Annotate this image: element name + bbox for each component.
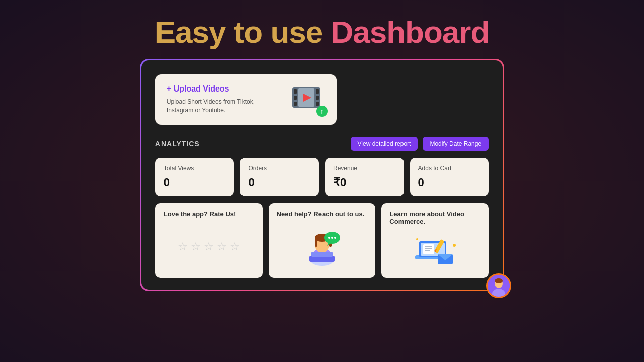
analytics-header: ANALYTICS View detailed report Modify Da… <box>155 137 489 151</box>
svg-rect-13 <box>315 237 317 247</box>
svg-rect-25 <box>423 244 434 254</box>
upload-card: + Upload Videos Upload Short Videos from… <box>155 74 337 125</box>
stat-card-orders: Orders 0 <box>240 158 319 196</box>
upload-link[interactable]: + Upload Videos <box>167 84 267 94</box>
star-2[interactable]: ☆ <box>191 240 201 253</box>
rate-us-card: Love the app? Rate Us! ☆ ☆ ☆ ☆ ☆ <box>155 203 263 278</box>
rate-us-content: ☆ ☆ ☆ ☆ ☆ <box>164 223 255 270</box>
dashboard-inner: + Upload Videos Upload Short Videos from… <box>141 60 503 290</box>
video-commerce-content <box>389 230 480 270</box>
star-1[interactable]: ☆ <box>178 240 188 253</box>
svg-rect-3 <box>294 102 297 106</box>
svg-point-38 <box>495 278 503 283</box>
stat-card-total-views: Total Views 0 <box>155 158 234 196</box>
stat-label-total-views: Total Views <box>164 165 226 172</box>
svg-point-34 <box>416 238 418 240</box>
avatar-circle <box>486 273 511 298</box>
svg-rect-1 <box>294 89 297 94</box>
avatar-image <box>488 275 510 297</box>
svg-rect-5 <box>316 96 319 100</box>
rate-us-title: Love the app? Rate Us! <box>164 210 255 218</box>
stat-value-orders: 0 <box>248 176 311 189</box>
stat-value-adds-to-cart: 0 <box>418 176 481 189</box>
support-illustration <box>299 227 345 267</box>
upload-badge-icon: ↑ <box>316 106 328 117</box>
help-title: Need help? Reach out to us. <box>277 210 368 218</box>
star-rating[interactable]: ☆ ☆ ☆ ☆ ☆ <box>178 240 240 253</box>
view-report-button[interactable]: View detailed report <box>351 137 418 151</box>
modify-date-button[interactable]: Modify Date Range <box>423 137 489 151</box>
stat-value-revenue: ₹0 <box>333 176 396 189</box>
title-dashboard: Dashboard <box>331 15 489 49</box>
svg-point-21 <box>334 237 336 239</box>
stat-card-revenue: Revenue ₹0 <box>325 158 404 196</box>
commerce-illustration <box>410 230 460 270</box>
svg-rect-2 <box>294 96 297 100</box>
svg-point-20 <box>331 237 333 239</box>
bottom-row: Love the app? Rate Us! ☆ ☆ ☆ ☆ ☆ Need he… <box>155 203 489 278</box>
upload-icon-wrap: ↑ <box>291 84 326 115</box>
star-4[interactable]: ☆ <box>217 240 227 253</box>
star-3[interactable]: ☆ <box>204 240 214 253</box>
video-commerce-card: Learn more about Video Commerce. <box>381 203 489 278</box>
svg-point-33 <box>453 244 456 247</box>
page-title: Easy to use Dashboard <box>155 14 490 50</box>
upload-description: Upload Short Videos from Tiktok, Instagr… <box>167 98 267 115</box>
stat-label-adds-to-cart: Adds to Cart <box>418 165 481 172</box>
stat-value-total-views: 0 <box>164 176 226 189</box>
analytics-buttons: View detailed report Modify Date Range <box>351 137 489 151</box>
svg-rect-4 <box>316 89 319 94</box>
svg-point-19 <box>328 237 330 239</box>
star-5[interactable]: ☆ <box>230 240 240 253</box>
dashboard-container: + Upload Videos Upload Short Videos from… <box>140 59 504 291</box>
stat-label-orders: Orders <box>248 165 311 172</box>
help-content <box>277 223 368 270</box>
svg-rect-6 <box>316 102 319 106</box>
stat-label-revenue: Revenue <box>333 165 396 172</box>
film-icon <box>291 84 321 111</box>
video-commerce-title: Learn more about Video Commerce. <box>389 210 480 225</box>
stats-row: Total Views 0 Orders 0 Revenue ₹0 Adds t… <box>155 158 489 196</box>
title-easy: Easy to use <box>155 15 331 49</box>
analytics-title: ANALYTICS <box>155 140 200 148</box>
upload-card-left: + Upload Videos Upload Short Videos from… <box>167 84 267 115</box>
svg-rect-16 <box>311 252 333 257</box>
help-card: Need help? Reach out to us. <box>269 203 376 278</box>
stat-card-adds-to-cart: Adds to Cart 0 <box>410 158 489 196</box>
